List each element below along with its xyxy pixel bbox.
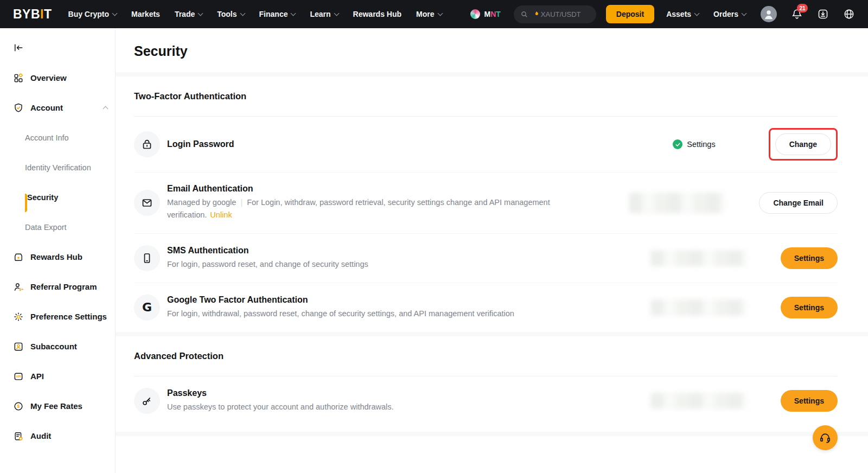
nav-item-trade[interactable]: Trade xyxy=(175,10,202,18)
sidebar-item-identity-verification[interactable]: Identity Verification xyxy=(0,152,115,182)
section-divider-band xyxy=(116,72,868,76)
chevron-down-icon xyxy=(694,10,700,16)
chevron-down-icon xyxy=(240,10,245,16)
passkeys-row: Passkeys Use passkeys to protect your ac… xyxy=(134,376,838,425)
flame-icon xyxy=(533,10,540,18)
shield-check-icon xyxy=(13,103,24,113)
sms-authentication-description: For login, password reset, and change of… xyxy=(167,258,596,271)
check-icon xyxy=(673,139,682,149)
masked-email-value xyxy=(629,193,725,213)
rewards-icon xyxy=(13,252,24,263)
collapse-sidebar-icon xyxy=(13,42,24,53)
nav-item-learn[interactable]: Learn xyxy=(310,10,338,18)
lock-icon xyxy=(134,131,160,157)
masked-passkey-value xyxy=(650,393,747,409)
user-avatar[interactable] xyxy=(761,6,777,22)
google-authenticator-icon: G xyxy=(134,295,160,321)
referral-icon: $+ xyxy=(13,282,24,292)
nav-item-markets[interactable]: Markets xyxy=(131,10,160,18)
status-label: Settings xyxy=(687,140,715,149)
sidebar-item-preference-settings[interactable]: Preference Settings xyxy=(0,302,115,331)
logo-accent-letter: I xyxy=(40,7,44,21)
top-navbar: BYBIT Buy Crypto Markets Trade Tools Fin… xyxy=(0,0,868,28)
mnt-token-icon xyxy=(470,9,480,19)
download-icon xyxy=(817,8,829,20)
email-authentication-title: Email Authentication xyxy=(167,184,629,194)
change-email-button[interactable]: Change Email xyxy=(759,192,838,214)
twofa-section-heading: Two-Factor Authentication xyxy=(134,91,838,101)
advanced-protection-heading: Advanced Protection xyxy=(134,351,838,361)
chevron-down-icon xyxy=(112,10,118,16)
notifications-button[interactable]: 21 xyxy=(791,8,803,20)
svg-text:$: $ xyxy=(17,404,20,409)
google-2fa-description: For login, withdrawal, password reset, c… xyxy=(167,308,596,320)
svg-text:API: API xyxy=(16,375,21,378)
nav-item-rewards-hub[interactable]: Rewards Hub xyxy=(353,10,401,18)
logo-text-t: T xyxy=(44,7,52,21)
security-page: Security Two-Factor Authentication Login… xyxy=(116,28,868,473)
sidebar-item-api[interactable]: API API xyxy=(0,361,115,391)
chevron-down-icon xyxy=(198,10,203,16)
sidebar-item-account-info[interactable]: Account Info xyxy=(0,123,115,152)
chevron-down-icon xyxy=(742,10,747,16)
overview-icon xyxy=(13,73,24,84)
login-password-status: Settings xyxy=(673,139,715,149)
sms-authentication-row: SMS Authentication For login, password r… xyxy=(134,234,838,283)
person-icon xyxy=(762,7,776,21)
section-divider-band xyxy=(116,332,868,336)
search-placeholder: XAUT/USDT xyxy=(541,10,581,18)
nav-item-more[interactable]: More xyxy=(416,10,442,18)
notification-badge: 21 xyxy=(797,4,808,12)
svg-text:$+: $+ xyxy=(19,287,23,292)
assets-menu[interactable]: Assets xyxy=(666,10,699,18)
sidebar-item-subaccount[interactable]: Subaccount xyxy=(0,331,115,361)
masked-phone-value xyxy=(650,250,747,266)
sidebar-item-security[interactable]: Security xyxy=(0,182,115,212)
email-authentication-description: Managed by google|For Login, withdraw, p… xyxy=(167,196,596,222)
sidebar-collapse-button[interactable] xyxy=(13,42,24,53)
passkey-icon xyxy=(134,388,160,414)
change-password-button[interactable]: Change xyxy=(775,133,831,155)
unlink-link[interactable]: Unlink xyxy=(210,210,232,219)
passkeys-settings-button[interactable]: Settings xyxy=(781,390,838,412)
chevron-down-icon xyxy=(291,10,296,16)
deposit-button[interactable]: Deposit xyxy=(606,5,654,23)
passkeys-title: Passkeys xyxy=(167,388,650,398)
google-2fa-row: G Google Two Factor Authentication For l… xyxy=(134,283,838,332)
nav-item-finance[interactable]: Finance xyxy=(259,10,296,18)
section-divider-band xyxy=(116,432,868,436)
masked-google-2fa-value xyxy=(650,299,747,316)
sms-authentication-title: SMS Authentication xyxy=(167,246,650,255)
orders-menu[interactable]: Orders xyxy=(713,10,746,18)
account-sidebar: Overview Account Account Info Identity V… xyxy=(0,28,116,473)
annotation-highlight-box: Change xyxy=(769,128,838,161)
search-icon xyxy=(520,10,528,18)
mnt-token-link[interactable]: MNT xyxy=(470,9,500,19)
email-icon xyxy=(134,190,160,216)
login-password-title: Login Password xyxy=(167,139,673,149)
download-app-button[interactable] xyxy=(817,8,829,20)
sidebar-item-overview[interactable]: Overview xyxy=(0,63,115,93)
mobile-phone-icon xyxy=(134,245,160,271)
sidebar-item-account[interactable]: Account xyxy=(0,93,115,123)
nav-item-buy-crypto[interactable]: Buy Crypto xyxy=(68,10,117,18)
chevron-up-icon xyxy=(103,106,108,112)
sidebar-item-rewards-hub[interactable]: Rewards Hub xyxy=(0,242,115,272)
fee-rates-icon: $ xyxy=(13,401,24,412)
subaccount-icon xyxy=(13,341,24,352)
google-2fa-title: Google Two Factor Authentication xyxy=(167,295,650,305)
language-button[interactable] xyxy=(843,8,855,20)
sidebar-item-referral-program[interactable]: $+ Referral Program xyxy=(0,272,115,302)
sidebar-item-my-fee-rates[interactable]: $ My Fee Rates xyxy=(0,391,115,421)
headset-icon xyxy=(819,431,832,444)
customer-support-button[interactable] xyxy=(813,425,838,450)
google-2fa-settings-button[interactable]: Settings xyxy=(781,297,838,318)
bybit-logo[interactable]: BYBIT xyxy=(13,7,52,22)
sidebar-item-audit[interactable]: Audit xyxy=(0,421,115,451)
search-input[interactable]: XAUT/USDT xyxy=(514,5,596,23)
sms-settings-button[interactable]: Settings xyxy=(781,247,838,269)
chevron-down-icon xyxy=(437,10,443,16)
description-separator: | xyxy=(240,198,242,207)
sidebar-item-data-export[interactable]: Data Export xyxy=(0,212,115,242)
nav-item-tools[interactable]: Tools xyxy=(217,10,244,18)
